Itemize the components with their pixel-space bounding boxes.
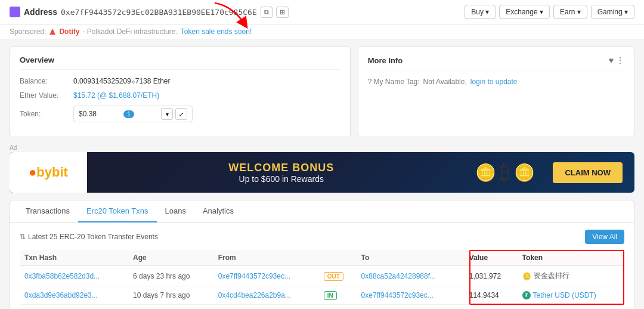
events-text: Latest 25 ERC-20 Token Transfer Events bbox=[28, 233, 158, 241]
out-badge: OUT bbox=[324, 272, 343, 281]
question-icon: ? bbox=[368, 78, 372, 86]
token-name: 资金盘排行 bbox=[534, 271, 569, 281]
col-txn-hash: Txn Hash bbox=[20, 250, 128, 266]
token-row: Token: $0.38 1 ▾ ⤢ bbox=[20, 106, 340, 122]
tab-analytics[interactable]: Analytics bbox=[194, 200, 242, 223]
overview-card: Overview Balance: 0.0093145325209⬦7138 E… bbox=[10, 47, 351, 137]
ether-value: $15.72 (@ $1,688.07/ETH) bbox=[73, 91, 159, 100]
token-cell: 🪙 资金盘排行 bbox=[518, 266, 624, 286]
direction-cell: IN bbox=[319, 286, 357, 305]
table-header: Txn Hash Age From To Value Token bbox=[20, 250, 624, 266]
more-info-title: More Info bbox=[368, 56, 403, 65]
gaming-button[interactable]: Gaming ▾ bbox=[591, 5, 634, 19]
value-cell: 1,031,972 bbox=[465, 266, 518, 286]
login-link[interactable]: login to update bbox=[470, 78, 518, 86]
col-age: Age bbox=[128, 250, 213, 266]
to-cell: 0xe7ff9443572c93ec... bbox=[357, 286, 465, 305]
tab-loans[interactable]: Loans bbox=[157, 200, 194, 223]
bybit-cta-area: CLAIM NOW bbox=[541, 162, 634, 183]
token-dropdown-btn[interactable]: ▾ bbox=[161, 108, 173, 120]
grid-button[interactable]: ⊞ bbox=[276, 7, 289, 18]
txn-hash-link[interactable]: 0xda3d9e36abd92e3... bbox=[24, 291, 98, 299]
filter-icon: ⇅ bbox=[20, 233, 26, 241]
bybit-logo: ●bybit bbox=[29, 165, 68, 180]
col-value: Value bbox=[465, 250, 518, 266]
to-cell: 0x88ca52a42428988f... bbox=[357, 266, 465, 286]
txn-hash-cell: 0xda3d9e36abd92e3... bbox=[20, 286, 128, 305]
copy-button[interactable]: ⧉ bbox=[261, 7, 273, 18]
balance-label: Balance: bbox=[20, 77, 73, 85]
heart-button[interactable]: ♥ bbox=[609, 55, 614, 65]
tab-transactions[interactable]: Transactions bbox=[17, 200, 78, 223]
svg-marker-0 bbox=[49, 29, 55, 35]
to-link[interactable]: 0xe7ff9443572c93ec... bbox=[361, 291, 434, 299]
ether-value-label: Ether Value: bbox=[20, 91, 73, 100]
coin-icon-3: 🪙 bbox=[514, 163, 535, 183]
name-tag-row: ? My Name Tag: Not Available, login to u… bbox=[368, 78, 624, 86]
table-row: 0x3fba58b62e582d3d... 6 days 23 hrs ago … bbox=[20, 266, 624, 286]
dots-button[interactable]: ⋮ bbox=[616, 55, 624, 65]
ad-label: Ad bbox=[10, 144, 634, 151]
table-row: 0xda3d9e36abd92e3... 10 days 7 hrs ago 0… bbox=[20, 286, 624, 305]
header: Address 0xe7fF9443572c93Ec02BBA931EB90EE… bbox=[0, 0, 644, 24]
sponsored-label: Sponsored: bbox=[10, 27, 46, 36]
coin-icon-1: 🪙 bbox=[475, 163, 496, 183]
token-icons: ▾ ⤢ bbox=[161, 108, 187, 120]
bybit-banner[interactable]: ●bybit WELCOME BONUS Up to $600 in Rewar… bbox=[10, 152, 634, 193]
token-badge: 1 bbox=[123, 110, 134, 118]
earn-button[interactable]: Earn ▾ bbox=[553, 5, 587, 19]
token-coin-icon: 🪙 bbox=[522, 272, 531, 280]
events-label: ⇅ Latest 25 ERC-20 Token Transfer Events bbox=[20, 233, 158, 241]
cards-row: Overview Balance: 0.0093145325209⬦7138 E… bbox=[10, 47, 634, 137]
tabs-content: ⇅ Latest 25 ERC-20 Token Transfer Events… bbox=[10, 223, 634, 309]
token-col: ₮ Tether USD (USDT) bbox=[522, 291, 620, 299]
tab-erc20[interactable]: Erc20 Token Txns bbox=[78, 200, 157, 223]
view-all-button[interactable]: View All bbox=[585, 230, 624, 244]
col-direction bbox=[319, 250, 357, 266]
col-to: To bbox=[357, 250, 465, 266]
balance-value: 0.0093145325209⬦7138 Ether bbox=[73, 77, 170, 85]
events-row: ⇅ Latest 25 ERC-20 Token Transfer Events… bbox=[20, 230, 624, 244]
from-cell: 0x4cd4bea226a2b9a... bbox=[213, 286, 319, 305]
sponsored-bar: Sponsored: Dotify - Polkadot DeFi infras… bbox=[0, 24, 644, 39]
token-col: 🪙 资金盘排行 bbox=[522, 271, 620, 281]
name-tag-not-available: Not Available, bbox=[423, 78, 467, 86]
buy-button[interactable]: Buy ▾ bbox=[465, 5, 496, 19]
from-cell: 0xe7ff9443572c93ec... bbox=[213, 266, 319, 286]
to-link[interactable]: 0x88ca52a42428988f... bbox=[361, 272, 436, 280]
more-info-header: More Info ♥ ⋮ bbox=[368, 55, 624, 70]
txn-hash-cell: 0x3fba58b62e582d3d... bbox=[20, 266, 128, 286]
token-expand-btn[interactable]: ⤢ bbox=[175, 108, 187, 120]
dotify-icon bbox=[49, 28, 56, 35]
txn-hash-link[interactable]: 0x3fba58b62e582d3d... bbox=[24, 272, 100, 280]
balance-row: Balance: 0.0093145325209⬦7138 Ether bbox=[20, 77, 340, 85]
sponsored-cta[interactable]: Token sale ends soon! bbox=[181, 27, 252, 36]
name-tag-label: ? My Name Tag: bbox=[368, 78, 420, 86]
transactions-table: Txn Hash Age From To Value Token 0x3fba5… bbox=[20, 250, 624, 305]
overview-title: Overview bbox=[20, 55, 340, 70]
bybit-logo-area: ●bybit bbox=[10, 152, 87, 193]
tabs-container: Transactions Erc20 Token Txns Loans Anal… bbox=[10, 200, 634, 309]
sponsored-desc: - Polkadot DeFi infrastructure. bbox=[82, 27, 177, 36]
ad-banner: Ad ●bybit WELCOME BONUS Up to $600 in Re… bbox=[10, 144, 634, 193]
age-cell: 6 days 23 hrs ago bbox=[128, 266, 213, 286]
bybit-coins: 🪙 ₿ 🪙 bbox=[475, 160, 541, 185]
bybit-tagline-main: WELCOME BONUS bbox=[99, 162, 463, 174]
from-link[interactable]: 0xe7ff9443572c93ec... bbox=[218, 272, 290, 280]
direction-cell: OUT bbox=[319, 266, 357, 286]
main-content: Overview Balance: 0.0093145325209⬦7138 E… bbox=[0, 39, 644, 309]
bybit-tagline-sub: Up to $600 in Rewards bbox=[99, 174, 463, 184]
exchange-button[interactable]: Exchange ▾ bbox=[499, 5, 550, 19]
tether-icon: ₮ bbox=[522, 291, 531, 299]
more-info-card: More Info ♥ ⋮ ? My Name Tag: Not Availab… bbox=[358, 47, 634, 137]
tabs-header: Transactions Erc20 Token Txns Loans Anal… bbox=[10, 200, 634, 223]
token-selector[interactable]: $0.38 1 ▾ ⤢ bbox=[73, 106, 193, 122]
col-from: From bbox=[213, 250, 319, 266]
header-left: Address 0xe7fF9443572c93Ec02BBA931EB90EE… bbox=[10, 7, 289, 18]
coin-icon-2: ₿ bbox=[500, 160, 510, 185]
tether-link[interactable]: Tether USD (USDT) bbox=[533, 291, 596, 299]
from-link[interactable]: 0x4cd4bea226a2b9a... bbox=[218, 291, 291, 299]
claim-button[interactable]: CLAIM NOW bbox=[553, 162, 623, 183]
col-token: Token bbox=[518, 250, 624, 266]
bybit-content: WELCOME BONUS Up to $600 in Rewards bbox=[87, 162, 475, 184]
